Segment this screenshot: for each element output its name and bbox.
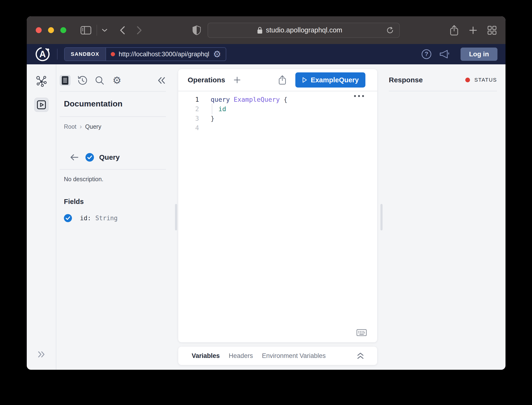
privacy-shield-icon[interactable]: [192, 25, 201, 35]
line-number: 1: [178, 96, 199, 103]
lock-icon: [257, 27, 263, 34]
expand-rail-icon[interactable]: [37, 350, 45, 358]
breadcrumb: Root › Query: [64, 123, 166, 130]
response-title: Response: [389, 76, 423, 84]
address-text: studio.apollographql.com: [266, 26, 342, 34]
forward-icon[interactable]: [136, 26, 143, 35]
code-line[interactable]: 3 }: [178, 114, 377, 123]
tab-environment-variables[interactable]: Environment Variables: [262, 352, 326, 360]
endpoint-status-dot: [111, 52, 115, 56]
operations-column: Operations: [178, 64, 377, 370]
breadcrumb-current: Query: [85, 123, 101, 130]
divider: [60, 91, 166, 92]
browser-toolbar: studio.apollographql.com: [27, 16, 505, 44]
add-operation-icon[interactable]: [234, 76, 241, 83]
divider: [60, 169, 166, 170]
run-query-button[interactable]: ExampleQuery: [295, 72, 365, 88]
operations-title: Operations: [188, 76, 225, 84]
announcements-icon[interactable]: [439, 50, 450, 59]
run-icon: [302, 77, 307, 83]
documentation-tab[interactable]: [60, 75, 70, 86]
panel-resize-gutter: [377, 64, 386, 370]
code-field: id: [218, 105, 226, 113]
keyboard-shortcuts-icon[interactable]: [356, 329, 367, 336]
reload-icon[interactable]: [386, 26, 394, 34]
share-icon[interactable]: [450, 25, 459, 36]
code-line[interactable]: 4: [178, 123, 377, 133]
endpoint-settings-icon[interactable]: ⚙: [213, 50, 221, 59]
search-tab[interactable]: [94, 75, 105, 86]
indent-guide: [212, 104, 212, 114]
endpoint-url-text: http://localhost:3000/api/graphql: [119, 51, 209, 58]
variables-panel: Variables Headers Environment Variables: [178, 347, 377, 365]
new-tab-icon[interactable]: [469, 26, 477, 34]
back-icon[interactable]: [119, 26, 125, 35]
operations-card: Operations: [178, 69, 377, 342]
field-name: id:: [80, 215, 91, 222]
expand-panel-icon[interactable]: [357, 352, 364, 359]
breadcrumb-separator: ›: [80, 123, 82, 130]
collapse-panel-icon[interactable]: [157, 77, 166, 84]
fields-heading: Fields: [64, 198, 166, 206]
query-check-icon[interactable]: [85, 153, 94, 162]
code-line[interactable]: 2 id: [178, 104, 377, 114]
panel-resize-gutter: [174, 64, 178, 370]
minimize-window-button[interactable]: [48, 27, 54, 33]
sidebar-toggle-icon[interactable]: [81, 26, 91, 34]
code-keyword: query: [211, 96, 230, 103]
schema-graph-icon[interactable]: [35, 75, 48, 87]
gear-icon: ⚙: [112, 75, 121, 85]
toolbar-divider: [96, 25, 97, 36]
code-operation-name: ExampleQuery: [234, 96, 280, 103]
code-brace: {: [284, 96, 287, 103]
tab-variables[interactable]: Variables: [192, 352, 220, 360]
address-bar[interactable]: studio.apollographql.com: [208, 23, 400, 38]
settings-tab[interactable]: ⚙: [111, 75, 122, 86]
help-icon[interactable]: ?: [421, 49, 432, 59]
type-description: No description.: [64, 176, 166, 183]
endpoint-input[interactable]: http://localhost:3000/api/graphql ⚙: [106, 48, 226, 61]
code-brace: }: [211, 115, 214, 122]
operations-header: Operations: [178, 69, 377, 91]
chevron-down-icon[interactable]: [102, 29, 108, 32]
divider: [60, 116, 166, 117]
explorer-nav-item[interactable]: [34, 98, 48, 112]
share-operation-icon[interactable]: [278, 75, 286, 85]
documentation-panel: ⚙ Documentation Root › Query: [56, 64, 174, 370]
login-button[interactable]: Log in: [461, 47, 498, 61]
history-tab[interactable]: [77, 75, 88, 86]
status-indicator: STATUS: [465, 77, 497, 83]
sandbox-badge: SANDBOX: [65, 48, 106, 61]
documentation-title: Documentation: [64, 99, 166, 108]
svg-text:?: ?: [424, 50, 428, 57]
breadcrumb-root[interactable]: Root: [64, 123, 76, 130]
resize-handle[interactable]: [381, 204, 383, 230]
back-arrow-icon[interactable]: [70, 154, 79, 161]
header-divider: [57, 49, 57, 60]
apollo-logo[interactable]: A: [35, 46, 50, 62]
line-number: 2: [178, 105, 199, 113]
endpoint-group: SANDBOX http://localhost:3000/api/graphq…: [64, 47, 226, 61]
documentation-toolbar: ⚙: [60, 75, 166, 86]
traffic-lights: [36, 27, 66, 33]
field-check-icon[interactable]: [64, 214, 72, 222]
apollo-header: A SANDBOX http://localhost:3000/api/grap…: [27, 44, 505, 64]
field-type[interactable]: String: [95, 215, 118, 222]
run-button-label: ExampleQuery: [311, 76, 359, 84]
tab-overview-icon[interactable]: [488, 26, 497, 35]
svg-text:A: A: [39, 49, 46, 59]
tab-headers[interactable]: Headers: [229, 352, 253, 360]
query-editor[interactable]: 1 queryExampleQuery{ 2 id 3: [178, 91, 377, 342]
browser-window: studio.apollographql.com: [27, 16, 505, 370]
editor-options-icon[interactable]: [354, 95, 364, 97]
field-row[interactable]: id: String: [64, 214, 166, 222]
code-line[interactable]: 1 queryExampleQuery{: [178, 95, 377, 104]
zoom-window-button[interactable]: [60, 27, 66, 33]
divider: [389, 91, 497, 91]
close-window-button[interactable]: [36, 27, 42, 33]
status-dot: [465, 78, 470, 82]
resize-handle[interactable]: [175, 204, 177, 230]
status-label: STATUS: [474, 77, 497, 83]
line-number: 4: [178, 124, 199, 132]
left-rail: [27, 64, 56, 370]
